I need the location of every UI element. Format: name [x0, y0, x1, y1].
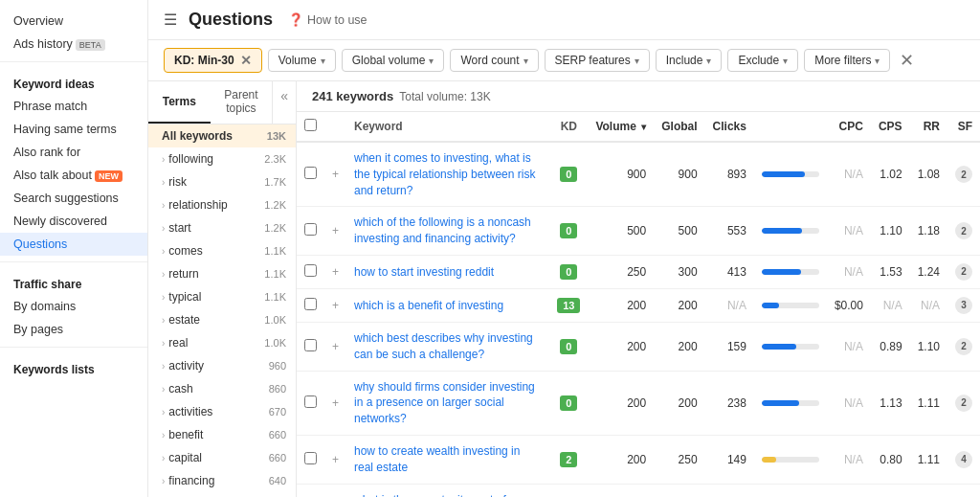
- list-item[interactable]: › risk 1.7K: [148, 170, 296, 193]
- row-sf-cell: 2: [947, 484, 980, 497]
- sidebar-item-having-same-terms[interactable]: Having same terms: [0, 118, 147, 141]
- row-volume-cell: 500: [588, 207, 654, 256]
- row-add-button[interactable]: +: [324, 207, 346, 256]
- row-checkbox[interactable]: [304, 298, 317, 310]
- word-count-filter-chip[interactable]: Word count ▾: [450, 49, 538, 72]
- row-add-button[interactable]: +: [324, 435, 346, 484]
- list-item[interactable]: › return 1.1K: [148, 262, 296, 285]
- kd-badge: 0: [560, 167, 577, 182]
- row-checkbox[interactable]: [304, 264, 317, 277]
- keyword-link[interactable]: what is the opportunity cost of investin…: [354, 493, 506, 497]
- row-checkbox[interactable]: [304, 339, 317, 351]
- serp-features-filter-chip[interactable]: SERP features ▾: [545, 49, 650, 72]
- row-clicks-bar-cell: [754, 288, 827, 322]
- list-item[interactable]: › cash 860: [148, 377, 296, 400]
- col-volume[interactable]: Volume ▾: [588, 112, 654, 142]
- collapse-panel-button[interactable]: «: [272, 81, 296, 124]
- exclude-chevron-icon: ▾: [783, 56, 788, 66]
- row-add-button[interactable]: +: [324, 288, 346, 322]
- list-item[interactable]: › money 630: [148, 492, 296, 497]
- page-header: ☰ Questions ❓ How to use: [148, 0, 980, 40]
- list-item[interactable]: › typical 1.1K: [148, 285, 296, 308]
- list-item[interactable]: › capital 660: [148, 446, 296, 469]
- list-item[interactable]: › real 1.0K: [148, 331, 296, 354]
- row-checkbox[interactable]: [304, 452, 317, 464]
- list-item[interactable]: › estate 1.0K: [148, 308, 296, 331]
- sidebar-item-also-rank-for[interactable]: Also rank for: [0, 141, 147, 164]
- row-clicks-cell: 553: [705, 207, 754, 256]
- row-kd-cell: 13: [549, 288, 588, 322]
- row-cpc-cell: N/A: [827, 142, 871, 207]
- all-keywords-item[interactable]: All keywords 13K: [148, 124, 296, 147]
- list-item[interactable]: › comes 1.1K: [148, 239, 296, 262]
- row-global-cell: 200: [654, 371, 704, 435]
- row-keyword-cell: why should firms consider investing in a…: [346, 371, 549, 435]
- sidebar-item-phrase-match[interactable]: Phrase match: [0, 95, 147, 118]
- volume-chevron-icon: ▾: [321, 56, 325, 66]
- col-keyword: Keyword: [346, 112, 549, 142]
- tab-parent-topics[interactable]: Parent topics: [211, 81, 273, 124]
- sidebar-item-newly-discovered[interactable]: Newly discovered: [0, 210, 147, 233]
- row-add-button[interactable]: +: [324, 484, 346, 497]
- list-item[interactable]: › activity 960: [148, 354, 296, 377]
- kw-arrow-icon: ›: [162, 453, 165, 463]
- row-add-button[interactable]: +: [324, 322, 346, 371]
- sidebar-item-also-talk-about[interactable]: Also talk aboutNEW: [0, 164, 147, 187]
- row-add-button[interactable]: +: [324, 255, 346, 288]
- clear-filters-button[interactable]: ✕: [900, 50, 914, 71]
- list-item[interactable]: › benefit 660: [148, 423, 296, 446]
- sidebar-item-by-domains[interactable]: By domains: [0, 295, 147, 318]
- list-item[interactable]: › activities 670: [148, 400, 296, 423]
- include-filter-chip[interactable]: Include ▾: [656, 49, 723, 72]
- exclude-filter-chip[interactable]: Exclude ▾: [727, 49, 798, 72]
- sidebar-item-search-suggestions[interactable]: Search suggestions: [0, 187, 147, 210]
- tab-terms[interactable]: Terms: [148, 81, 211, 124]
- clicks-bar: [762, 400, 819, 406]
- row-add-button[interactable]: +: [324, 371, 346, 435]
- more-filters-chip[interactable]: More filters ▾: [804, 49, 890, 72]
- sf-badge: 2: [955, 166, 972, 183]
- row-checkbox[interactable]: [304, 395, 317, 408]
- kd-filter-chip[interactable]: KD: Min-30 ✕: [164, 48, 262, 73]
- row-clicks-cell: 159: [705, 322, 754, 371]
- sidebar-item-ads-history[interactable]: Ads historyBETA: [0, 33, 147, 56]
- new-badge: NEW: [95, 170, 122, 182]
- how-to-use-link[interactable]: ❓ How to use: [288, 12, 368, 27]
- col-global: Global: [654, 112, 704, 142]
- row-cps-cell: N/A: [871, 288, 910, 322]
- list-item[interactable]: › start 1.2K: [148, 216, 296, 239]
- keyword-link[interactable]: how to create wealth investing in real e…: [354, 444, 520, 474]
- keyword-link[interactable]: which of the following is a noncash inve…: [354, 215, 531, 245]
- row-add-button[interactable]: +: [324, 142, 346, 207]
- kd-chip-close[interactable]: ✕: [240, 53, 252, 68]
- kw-arrow-icon: ›: [162, 430, 165, 441]
- keyword-link[interactable]: which is a benefit of investing: [354, 299, 503, 312]
- keyword-link[interactable]: how to start investing reddit: [354, 265, 494, 279]
- sidebar-item-overview[interactable]: Overview: [0, 10, 147, 33]
- hamburger-icon[interactable]: ☰: [164, 11, 177, 29]
- row-checkbox[interactable]: [304, 223, 317, 236]
- keyword-link[interactable]: which best describes why investing can b…: [354, 331, 533, 361]
- table-row: + how to start investing reddit 0 250 30…: [297, 255, 980, 288]
- volume-filter-chip[interactable]: Volume ▾: [268, 49, 336, 72]
- list-item[interactable]: › relationship 1.2K: [148, 193, 296, 216]
- list-item[interactable]: › financing 640: [148, 469, 296, 492]
- total-volume-label: Total volume: 13K: [399, 90, 490, 103]
- row-global-cell: 250: [654, 435, 704, 484]
- row-checkbox[interactable]: [304, 167, 317, 179]
- sidebar-item-by-pages[interactable]: By pages: [0, 318, 147, 341]
- select-all-checkbox[interactable]: [304, 119, 317, 131]
- global-volume-filter-chip[interactable]: Global volume ▾: [342, 49, 445, 72]
- row-keyword-cell: when it comes to investing, what is the …: [346, 142, 549, 207]
- table-row: + which is a benefit of investing 13 200…: [297, 288, 980, 322]
- list-item[interactable]: › following 2.3K: [148, 147, 296, 170]
- keyword-link[interactable]: when it comes to investing, what is the …: [354, 151, 535, 197]
- keyword-count-label: 241 keywords: [312, 89, 393, 103]
- keyword-link[interactable]: why should firms consider investing in a…: [354, 380, 535, 426]
- row-volume-cell: 250: [588, 255, 654, 288]
- row-rr-cell: 1.11: [910, 371, 947, 435]
- keyword-list: All keywords 13K › following 2.3K › risk…: [148, 124, 296, 497]
- row-cpc-cell: N/A: [827, 484, 871, 497]
- row-clicks-bar-cell: [754, 371, 827, 435]
- sidebar-item-questions[interactable]: Questions: [0, 233, 147, 256]
